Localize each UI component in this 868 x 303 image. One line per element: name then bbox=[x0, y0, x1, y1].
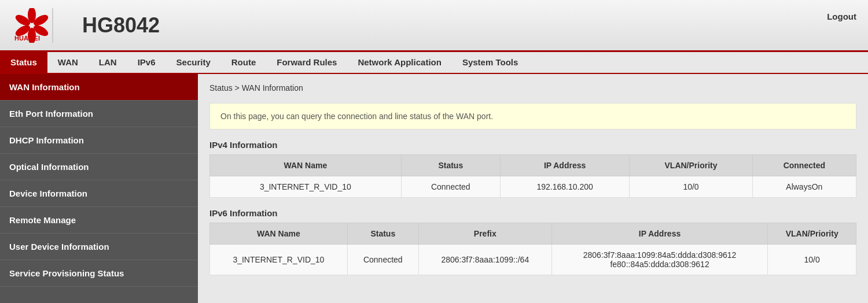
nav-item-status[interactable]: Status bbox=[0, 51, 47, 73]
navbar: StatusWANLANIPv6SecurityRouteForward Rul… bbox=[0, 52, 868, 74]
sidebar-item-eth-port-information[interactable]: Eth Port Information bbox=[0, 101, 198, 127]
ipv6-ip-address-cell: 2806:3f7:8aaa:1099:84a5:ddda:d308:9612fe… bbox=[551, 245, 768, 275]
table-cell: 10/0 bbox=[630, 176, 752, 198]
ipv4-table: WAN NameStatusIP AddressVLAN/PriorityCon… bbox=[209, 154, 856, 198]
table-cell: 2806:3f7:8aaa:1099::/64 bbox=[418, 245, 551, 275]
table-cell: Connected bbox=[347, 245, 418, 275]
ipv6-col-status: Status bbox=[347, 223, 418, 245]
nav-item-lan[interactable]: LAN bbox=[89, 51, 127, 73]
ipv4-col-ip-address: IP Address bbox=[500, 155, 629, 176]
ipv4-col-wan-name: WAN Name bbox=[210, 155, 402, 176]
svg-text:HUAWEI: HUAWEI bbox=[14, 35, 40, 42]
ipv6-header-row: WAN NameStatusPrefixIP AddressVLAN/Prior… bbox=[210, 223, 856, 245]
layout: WAN InformationEth Port InformationDHCP … bbox=[0, 74, 868, 303]
nav-item-route[interactable]: Route bbox=[221, 51, 267, 73]
ipv6-section-title: IPv6 Information bbox=[209, 208, 856, 218]
nav-item-system-tools[interactable]: System Tools bbox=[452, 51, 528, 73]
logout-button[interactable]: Logout bbox=[827, 12, 856, 21]
ipv4-table-header: WAN NameStatusIP AddressVLAN/PriorityCon… bbox=[210, 155, 856, 176]
sidebar-item-device-information[interactable]: Device Information bbox=[0, 180, 198, 207]
huawei-logo-icon: HUAWEI bbox=[12, 8, 52, 43]
ipv6-table: WAN NameStatusPrefixIP AddressVLAN/Prior… bbox=[209, 223, 856, 275]
nav-item-ipv6[interactable]: IPv6 bbox=[127, 51, 166, 73]
sidebar-item-user-device-information[interactable]: User Device Information bbox=[0, 234, 198, 260]
main-content: Status > WAN Information On this page, y… bbox=[198, 74, 868, 303]
sidebar-item-wan-information[interactable]: WAN Information bbox=[0, 74, 198, 101]
nav-item-wan[interactable]: WAN bbox=[47, 51, 89, 73]
sidebar-item-dhcp-information[interactable]: DHCP Information bbox=[0, 127, 198, 154]
table-cell: Connected bbox=[401, 176, 500, 198]
sidebar-item-optical-information[interactable]: Optical Information bbox=[0, 154, 198, 180]
table-row: 3_INTERNET_R_VID_10Connected2806:3f7:8aa… bbox=[210, 245, 856, 275]
device-title: HG8042 bbox=[82, 13, 160, 38]
ipv4-section-title: IPv4 Information bbox=[209, 140, 856, 150]
table-cell: 192.168.10.200 bbox=[500, 176, 629, 198]
sidebar-item-remote-manage[interactable]: Remote Manage bbox=[0, 207, 198, 234]
nav-item-forward-rules[interactable]: Forward Rules bbox=[266, 51, 347, 73]
table-row: 3_INTERNET_R_VID_10Connected192.168.10.2… bbox=[210, 176, 856, 198]
info-message: On this page, you can query the connecti… bbox=[220, 112, 493, 121]
table-cell: AlwaysOn bbox=[752, 176, 856, 198]
table-cell: 3_INTERNET_R_VID_10 bbox=[210, 176, 402, 198]
logo-divider bbox=[52, 8, 53, 43]
ipv4-header-row: WAN NameStatusIP AddressVLAN/PriorityCon… bbox=[210, 155, 856, 176]
table-cell: 10/0 bbox=[768, 245, 856, 275]
sidebar: WAN InformationEth Port InformationDHCP … bbox=[0, 74, 198, 303]
ipv4-table-body: 3_INTERNET_R_VID_10Connected192.168.10.2… bbox=[210, 176, 856, 198]
logo-area: HUAWEI bbox=[12, 8, 65, 43]
nav-item-network-application[interactable]: Network Application bbox=[347, 51, 451, 73]
ipv6-col-ip-address: IP Address bbox=[551, 223, 768, 245]
breadcrumb: Status > WAN Information bbox=[209, 80, 856, 96]
nav-item-security[interactable]: Security bbox=[166, 51, 221, 73]
ipv6-table-header: WAN NameStatusPrefixIP AddressVLAN/Prior… bbox=[210, 223, 856, 245]
ipv4-col-connected: Connected bbox=[752, 155, 856, 176]
ipv4-col-status: Status bbox=[401, 155, 500, 176]
ipv6-table-body: 3_INTERNET_R_VID_10Connected2806:3f7:8aa… bbox=[210, 245, 856, 275]
sidebar-item-service-provisioning-status[interactable]: Service Provisioning Status bbox=[0, 260, 198, 287]
table-cell: 3_INTERNET_R_VID_10 bbox=[210, 245, 348, 275]
ipv6-col-vlan-priority: VLAN/Priority bbox=[768, 223, 856, 245]
ipv6-col-wan-name: WAN Name bbox=[210, 223, 348, 245]
ipv4-col-vlan-priority: VLAN/Priority bbox=[630, 155, 752, 176]
header: HUAWEI HG8042 Logout bbox=[0, 0, 868, 52]
info-box: On this page, you can query the connecti… bbox=[209, 103, 856, 130]
ipv6-col-prefix: Prefix bbox=[418, 223, 551, 245]
